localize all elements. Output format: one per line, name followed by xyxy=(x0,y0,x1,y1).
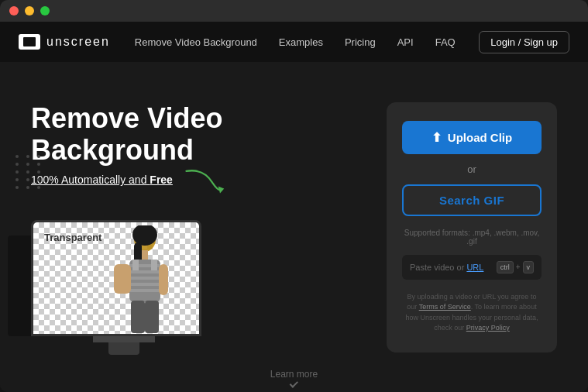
svg-rect-13 xyxy=(159,264,168,295)
supported-formats-text: Supported formats: .mp4, .webm, .mov, .g… xyxy=(402,229,542,246)
person-silhouette xyxy=(106,225,176,334)
nav-examples[interactable]: Examples xyxy=(279,36,323,48)
upload-clip-button[interactable]: ⬆ Upload Clip xyxy=(402,121,542,154)
nav-links: Remove Video Background Examples Pricing… xyxy=(135,36,479,48)
monitor-container: Transparent xyxy=(31,220,217,359)
svg-rect-9 xyxy=(129,283,160,286)
monitor-stand xyxy=(108,342,139,355)
nav-remove-video-bg[interactable]: Remove Video Background xyxy=(135,36,257,48)
upload-icon: ⬆ xyxy=(432,130,442,145)
keyboard-shortcut: ctrl + v xyxy=(497,261,534,273)
nav-pricing[interactable]: Pricing xyxy=(345,36,376,48)
login-signup-button[interactable]: Login / Sign up xyxy=(479,31,569,53)
arrow-icon xyxy=(181,162,227,201)
maximize-button[interactable] xyxy=(40,6,50,15)
logo-icon xyxy=(19,34,40,50)
learn-more-section[interactable]: Learn more xyxy=(270,369,318,386)
main-content: Remove Video Background 100% Automatical… xyxy=(0,62,588,392)
svg-rect-4 xyxy=(142,250,148,260)
paste-url-label: Paste video or URL xyxy=(410,263,483,272)
window: unscreen Remove Video Background Example… xyxy=(0,0,588,392)
svg-rect-11 xyxy=(132,260,139,270)
or-divider: or xyxy=(467,163,476,175)
svg-rect-7 xyxy=(129,270,160,273)
plus-sign: + xyxy=(516,263,521,271)
logo-text: unscreen xyxy=(46,35,110,49)
terms-of-service-link[interactable]: Terms of Service xyxy=(419,303,471,311)
left-side: Remove Video Background 100% Automatical… xyxy=(31,95,371,360)
monitor-base xyxy=(93,336,155,342)
title-bar xyxy=(0,0,588,22)
minimize-button[interactable] xyxy=(25,6,34,15)
monitor-screen: Transparent xyxy=(31,220,201,336)
right-side: ⬆ Upload Clip or Search GIF Supported fo… xyxy=(387,102,557,352)
navbar: unscreen Remove Video Background Example… xyxy=(0,22,588,62)
logo[interactable]: unscreen xyxy=(19,34,110,50)
upload-panel: ⬆ Upload Clip or Search GIF Supported fo… xyxy=(387,102,557,352)
hero-title: Remove Video Background xyxy=(31,102,371,167)
svg-rect-8 xyxy=(129,277,160,280)
hero-subtitle: 100% Automatically and Free xyxy=(31,174,173,186)
paste-url-bar[interactable]: Paste video or URL ctrl + v xyxy=(402,255,542,280)
privacy-policy-link[interactable]: Privacy Policy xyxy=(466,324,510,332)
close-button[interactable] xyxy=(9,6,19,15)
learn-more-arrow-icon xyxy=(290,379,298,387)
nav-api[interactable]: API xyxy=(397,36,414,48)
svg-rect-14 xyxy=(114,264,131,294)
svg-rect-10 xyxy=(129,289,160,292)
dots-decoration xyxy=(15,155,43,189)
svg-marker-0 xyxy=(218,187,225,194)
search-gif-button[interactable]: Search GIF xyxy=(402,184,542,216)
svg-rect-16 xyxy=(145,301,159,333)
url-link[interactable]: URL xyxy=(466,263,483,272)
terms-text: By uploading a video or URL you agree to… xyxy=(402,292,542,334)
nav-faq[interactable]: FAQ xyxy=(435,36,456,48)
logo-icon-inner xyxy=(23,37,36,46)
v-key: v xyxy=(523,261,535,273)
monitor-label: Transparent xyxy=(44,232,101,243)
svg-rect-12 xyxy=(151,260,157,270)
ctrl-key: ctrl xyxy=(497,261,514,273)
svg-rect-15 xyxy=(131,301,145,333)
